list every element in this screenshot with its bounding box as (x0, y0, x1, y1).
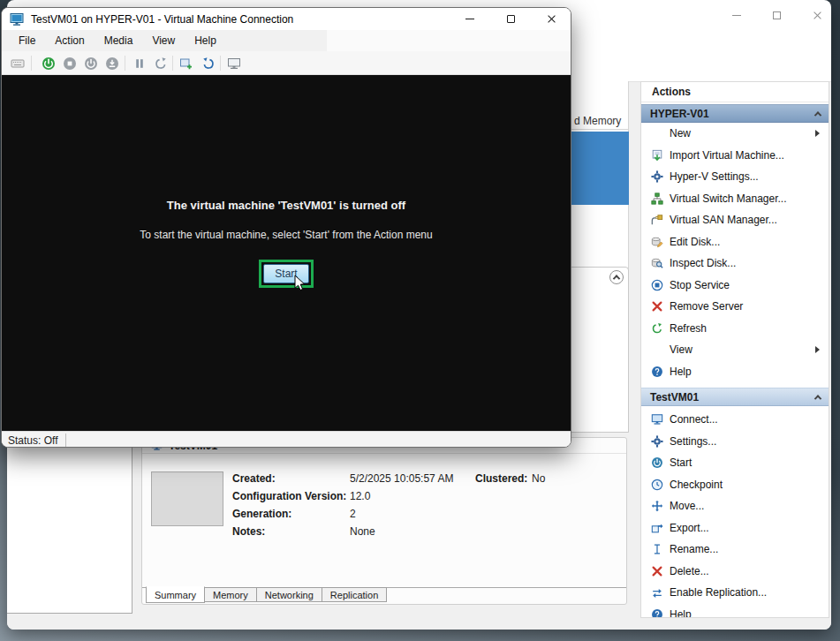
field-label: Created: (232, 472, 276, 485)
action-remove-server[interactable]: Remove Server (641, 296, 829, 318)
tab-replication[interactable]: Replication (322, 587, 387, 602)
start-power-icon (650, 456, 664, 470)
action-enable-replication[interactable]: Enable Replication... (641, 582, 829, 604)
action-move[interactable]: Move... (641, 495, 829, 517)
pause-button[interactable] (131, 55, 148, 72)
actions-section-hyperv01[interactable]: HYPER-V01 (641, 104, 829, 123)
stop-service-icon (650, 278, 664, 292)
action-checkpoint[interactable]: Checkpoint (641, 474, 829, 496)
tab-memory[interactable]: Memory (205, 587, 257, 602)
virtual-san-icon (650, 213, 664, 227)
close-icon (813, 11, 822, 20)
revert-button[interactable] (200, 55, 217, 72)
action-new[interactable]: New (641, 123, 829, 145)
action-refresh[interactable]: Refresh (641, 318, 829, 340)
actions-section-testvm01[interactable]: TestVM01 (641, 388, 829, 406)
move-icon (650, 499, 664, 513)
maximize-icon (773, 11, 781, 19)
menu-file[interactable]: File (9, 30, 45, 51)
tab-networking[interactable]: Networking (257, 587, 322, 602)
checkpoint-icon (179, 57, 193, 71)
chevron-up-icon (613, 275, 620, 282)
action-export[interactable]: Export... (641, 517, 829, 539)
action-help-vm[interactable]: Help (641, 604, 829, 619)
vm-off-message: The virtual machine 'TestVM01' is turned… (2, 199, 571, 212)
action-label: Move... (670, 500, 704, 512)
menu-media[interactable]: Media (95, 30, 143, 51)
action-edit-disk[interactable]: Edit Disk... (641, 231, 829, 253)
action-virtual-san-manager[interactable]: Virtual SAN Manager... (641, 209, 829, 231)
manager-minimize-button[interactable] (723, 4, 750, 26)
field-value: 2 (350, 508, 356, 520)
submenu-arrow-icon (815, 130, 820, 137)
vmconnect-close-button[interactable] (536, 8, 566, 30)
remove-server-icon (650, 299, 664, 313)
replication-icon (650, 585, 664, 600)
action-import-virtual-machine[interactable]: Import Virtual Machine... (641, 145, 829, 167)
save-state-button[interactable] (103, 55, 121, 72)
action-view[interactable]: View (641, 339, 829, 361)
vm-off-hint: To start the virtual machine, select 'St… (2, 229, 571, 241)
vmconnect-titlebar[interactable]: TestVM01 on HYPER-V01 - Virtual Machine … (2, 8, 571, 30)
field-value: 12.0 (350, 490, 370, 502)
field-value: None (350, 525, 375, 538)
details-tabs: Summary Memory Networking Replication (146, 587, 387, 603)
ctrl-alt-delete-button[interactable] (9, 55, 26, 72)
action-rename[interactable]: Rename... (641, 539, 829, 561)
reset-icon (154, 57, 168, 71)
refresh-icon (650, 321, 664, 336)
minimize-icon (465, 19, 474, 19)
action-label: Connect... (670, 413, 718, 426)
action-inspect-disk[interactable]: Inspect Disk... (641, 253, 829, 275)
action-help[interactable]: Help (641, 361, 829, 383)
action-label: Stop Service (670, 279, 730, 291)
reset-button[interactable] (152, 55, 170, 72)
action-connect[interactable]: Connect... (641, 409, 829, 431)
section-header-label: TestVM01 (650, 391, 699, 403)
turn-off-button[interactable] (61, 55, 79, 72)
tab-summary[interactable]: Summary (146, 586, 205, 603)
action-virtual-switch-manager[interactable]: Virtual Switch Manager... (641, 188, 829, 210)
action-label: Virtual SAN Manager... (670, 214, 777, 226)
window-title: TestVM01 on HYPER-V01 - Virtual Machine … (31, 13, 293, 26)
field-label: Notes: (232, 525, 265, 538)
vm-console-screen: The virtual machine 'TestVM01' is turned… (2, 75, 571, 431)
action-hyperv-settings[interactable]: Hyper-V Settings... (641, 166, 829, 188)
help-icon (650, 607, 664, 618)
action-label: Help (670, 366, 692, 378)
action-vm-settings[interactable]: Settings... (641, 431, 829, 453)
status-text: Status: Off (8, 434, 57, 447)
vmconnect-maximize-button[interactable] (496, 8, 526, 30)
virtual-switch-icon (650, 192, 664, 206)
vmconnect-minimize-button[interactable] (455, 8, 485, 30)
checkpoint-icon (650, 478, 664, 492)
manager-close-button[interactable] (804, 4, 830, 26)
menu-action[interactable]: Action (45, 30, 94, 51)
shut-down-icon (84, 57, 98, 71)
menubar-highlight (327, 30, 571, 51)
manager-maximize-button[interactable] (763, 4, 790, 26)
clustered-value: No (532, 472, 545, 485)
enhanced-session-icon (227, 57, 241, 71)
menu-help[interactable]: Help (185, 30, 226, 51)
action-label: Rename... (670, 543, 718, 555)
shut-down-button[interactable] (82, 55, 100, 72)
enhanced-session-button[interactable] (225, 55, 243, 72)
close-icon (547, 14, 556, 24)
checkpoint-button[interactable] (178, 55, 195, 72)
action-start[interactable]: Start (641, 452, 829, 474)
save-icon (105, 57, 119, 71)
minimize-icon (732, 15, 741, 16)
action-label: Settings... (670, 435, 716, 448)
action-label: Inspect Disk... (670, 257, 736, 269)
menu-view[interactable]: View (142, 30, 185, 51)
action-label: Edit Disk... (670, 236, 720, 248)
action-stop-service[interactable]: Stop Service (641, 275, 829, 297)
chevron-up-icon (814, 111, 821, 118)
action-label: Refresh (670, 322, 707, 335)
submenu-arrow-icon (815, 346, 820, 353)
chevron-up-icon (814, 395, 821, 402)
collapse-panel-button[interactable] (609, 270, 624, 284)
start-vm-button[interactable] (40, 55, 57, 72)
action-delete[interactable]: Delete... (641, 561, 829, 583)
